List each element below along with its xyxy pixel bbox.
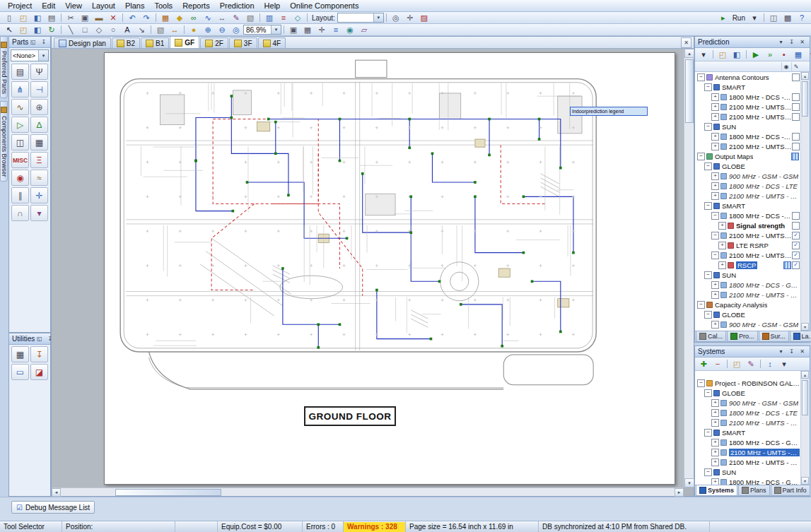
components-browser-icon[interactable]: ▦ xyxy=(158,12,173,24)
antenna-marker[interactable] xyxy=(474,181,477,184)
layout-combo[interactable]: ▾ xyxy=(337,13,384,23)
collapse-icon[interactable]: − xyxy=(697,301,705,309)
expand-icon[interactable]: + xyxy=(711,459,719,466)
open-plan-icon[interactable]: ◰ xyxy=(16,24,30,36)
tree-item[interactable]: +900 MHz - GSM - GSM xyxy=(695,319,801,329)
tree-item[interactable]: +2100 MHz - UMTS - WCDMA xyxy=(695,418,801,427)
scroll-down-icon[interactable]: ▾ xyxy=(801,477,809,485)
menu-tools[interactable]: Tools xyxy=(149,1,177,11)
jumper-part-icon[interactable]: ∩ xyxy=(11,205,29,221)
redo-icon[interactable]: ↷ xyxy=(139,12,153,24)
tree-item[interactable]: +1800 MHz - DCS - GSM xyxy=(695,477,801,485)
menu-help[interactable]: Help xyxy=(259,1,286,11)
pin-panel-icon[interactable]: ↧ xyxy=(39,37,48,47)
antenna-marker[interactable] xyxy=(317,323,320,326)
close-panel-icon[interactable]: ✕ xyxy=(798,37,807,47)
tree-item[interactable]: +2100 MHz - UMTS - LTE xyxy=(695,102,801,112)
antenna-marker[interactable] xyxy=(538,118,541,121)
auto-route-icon[interactable]: ∿ xyxy=(201,12,215,24)
panel-tab-pro-[interactable]: Pro... xyxy=(727,331,758,342)
save-plan-icon[interactable]: ◧ xyxy=(30,24,45,36)
canvas-vertical-scrollbar[interactable]: ▴ ▾ xyxy=(684,49,694,487)
measure-area-icon[interactable]: ▱ xyxy=(357,24,371,36)
close-panel-icon[interactable]: ✕ xyxy=(798,347,807,356)
panel-tab-plans[interactable]: Plans xyxy=(738,485,770,496)
antenna-marker[interactable] xyxy=(559,331,562,333)
antenna-marker[interactable] xyxy=(346,237,349,240)
antenna-marker[interactable] xyxy=(408,118,411,121)
image-overlay-icon[interactable]: ▧ xyxy=(243,12,257,24)
antenna-marker[interactable] xyxy=(523,196,525,199)
combiner-part-icon[interactable]: ▾ xyxy=(30,205,48,221)
expand-icon[interactable]: + xyxy=(711,281,719,289)
tree-item[interactable]: −2100 MHz - UMTS - W...✓ xyxy=(695,250,801,260)
antenna-marker[interactable] xyxy=(538,138,541,141)
system-properties-icon[interactable]: ✎ xyxy=(744,358,758,370)
copy-icon[interactable]: ▣ xyxy=(78,12,92,24)
bts-part-icon[interactable]: ▦ xyxy=(30,134,48,150)
yagi-antenna-part-icon[interactable]: Ξ xyxy=(30,152,48,168)
tree-item[interactable]: −Capacity Analysis xyxy=(695,300,801,309)
antenna-marker[interactable] xyxy=(361,172,364,175)
zoom-window-icon[interactable]: ◎ xyxy=(229,24,243,36)
remove-part-icon[interactable]: − xyxy=(711,358,725,370)
plan-tab-3f[interactable]: 3F xyxy=(229,37,257,48)
visibility-checkbox[interactable] xyxy=(792,73,800,81)
scroll-down-icon[interactable]: ▾ xyxy=(684,478,694,487)
tree-item[interactable]: −Antenna Contours xyxy=(695,72,801,82)
antenna-marker[interactable] xyxy=(231,95,233,97)
menu-plans[interactable]: Plans xyxy=(120,1,150,11)
menu-project[interactable]: Project xyxy=(3,1,37,11)
prediction-tree-scrollbar[interactable]: ▴ ▾ xyxy=(800,72,810,331)
tree-item[interactable]: +2100 MHz - UMTS - W... xyxy=(695,112,801,122)
tree-item[interactable]: −Output Maps xyxy=(695,151,801,161)
prediction-options-arrow-icon[interactable]: ▾ xyxy=(805,49,811,61)
prediction-display-options-icon[interactable]: ▦ xyxy=(791,49,805,61)
expand-icon[interactable]: + xyxy=(711,113,719,121)
collapse-icon[interactable]: − xyxy=(704,429,712,437)
menu-online-components[interactable]: Online Components xyxy=(285,1,363,11)
collapse-icon[interactable]: − xyxy=(704,389,712,397)
visibility-checkbox[interactable] xyxy=(792,222,800,230)
zoom-in-icon[interactable]: ⊕ xyxy=(201,24,215,36)
antenna-marker[interactable] xyxy=(501,345,503,348)
tree-item[interactable]: +2100 MHz - UMTS - W... xyxy=(695,191,801,201)
draw-polygon-icon[interactable]: ◇ xyxy=(92,24,106,36)
run-prediction-icon[interactable]: ▶ xyxy=(749,49,763,61)
draw-wall-icon[interactable]: ╲ xyxy=(64,24,78,36)
indoor-prediction-legend[interactable]: Indoorprediction legend xyxy=(570,107,648,116)
tile-windows-icon[interactable]: ◫ xyxy=(766,12,781,24)
tree-item[interactable]: +1800 MHz - DCS - GSM xyxy=(695,280,801,290)
scroll-down-icon[interactable]: ▾ xyxy=(801,323,809,331)
float-panel-icon[interactable]: ◱ xyxy=(28,37,37,47)
panel-tab-systems[interactable]: Systems xyxy=(696,485,737,496)
output-map-grid-icon[interactable] xyxy=(783,261,791,269)
antenna-marker[interactable] xyxy=(231,117,233,119)
tree-item[interactable]: +1800 MHz - DCS - LTE xyxy=(695,408,801,418)
drawing-viewport[interactable]: Indoorprediction legend GROUND FLOOR xyxy=(52,49,684,487)
antenna-marker[interactable] xyxy=(488,118,491,121)
add-part-icon[interactable]: ✚ xyxy=(696,358,711,370)
scroll-up-icon[interactable]: ▴ xyxy=(684,49,694,58)
tree-item[interactable]: −SUN xyxy=(695,467,801,477)
wifi-antenna-part-icon[interactable]: ◉ xyxy=(11,170,29,186)
antenna-marker[interactable] xyxy=(409,231,412,234)
plan-tab-2f[interactable]: 2F xyxy=(200,37,228,48)
antenna-marker[interactable] xyxy=(408,146,411,149)
antenna-marker[interactable] xyxy=(246,181,249,184)
antenna-panel-part-icon[interactable]: ▤ xyxy=(11,64,29,80)
tree-item[interactable]: +900 MHz - GSM - GSM xyxy=(695,398,801,408)
stop-prediction-icon[interactable]: ▪ xyxy=(777,49,791,61)
tree-item[interactable]: −SUN xyxy=(695,270,801,280)
connector-part-icon[interactable]: ⊕ xyxy=(30,99,48,115)
antenna-marker[interactable] xyxy=(531,280,534,283)
systems-tree-scrollbar[interactable]: ▴ ▾ xyxy=(800,371,810,485)
tree-item[interactable]: +1800 MHz - DCS - GSM xyxy=(695,437,801,447)
tree-item[interactable]: +2100 MHz - UMTS - WCDMA xyxy=(695,457,801,467)
pin-panel-icon[interactable]: ↧ xyxy=(787,347,796,356)
tree-item[interactable]: −SMART xyxy=(695,82,801,92)
run-options-icon[interactable]: ▾ xyxy=(747,12,762,24)
expand-icon[interactable]: + xyxy=(718,261,726,269)
visibility-checkbox[interactable] xyxy=(792,113,800,121)
feeder-part-icon[interactable]: ∥ xyxy=(11,187,29,203)
